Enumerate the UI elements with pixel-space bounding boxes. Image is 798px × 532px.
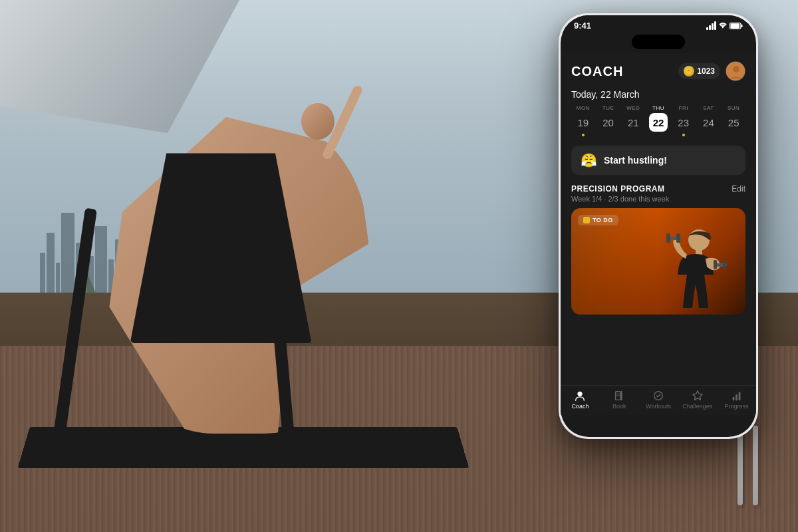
cal-dayname-thu: THU [652, 105, 664, 111]
svg-rect-14 [723, 260, 726, 269]
svg-point-15 [578, 392, 583, 396]
cal-daynum-sun: 25 [724, 113, 743, 132]
workout-card-bg: TO DO [571, 208, 745, 315]
svg-point-6 [733, 66, 739, 72]
wifi-icon [719, 22, 727, 30]
phone-screen: 9:41 [561, 15, 756, 437]
cal-day-sun[interactable]: SUN 25 [722, 105, 745, 136]
cal-dot-mon [582, 134, 585, 136]
battery-icon [730, 23, 743, 29]
athlete-body [16, 27, 535, 479]
program-header: PRECISION PROGRAM Edit [571, 184, 745, 194]
svg-rect-22 [735, 394, 737, 400]
svg-rect-2 [741, 24, 742, 27]
nav-label-progress: Progress [725, 403, 749, 410]
todo-check-icon [583, 217, 590, 223]
cal-dot-thu [657, 134, 660, 136]
nav-item-workouts[interactable]: Workouts [642, 390, 675, 410]
coins-badge[interactable]: 1023 [678, 63, 720, 79]
signal-bar-1 [706, 27, 708, 30]
challenges-nav-icon [692, 390, 704, 402]
athlete-leg-back [51, 208, 97, 456]
athlete [16, 27, 535, 479]
edit-button[interactable]: Edit [732, 184, 745, 194]
dynamic-island [632, 35, 685, 49]
bottom-navigation: Coach Book [561, 385, 756, 415]
program-section: PRECISION PROGRAM Edit Week 1/4 · 2/3 do… [561, 179, 756, 317]
nav-label-challenges: Challenges [682, 403, 712, 410]
cal-day-tue[interactable]: TUE 20 [597, 105, 620, 136]
nav-label-coach: Coach [571, 403, 589, 410]
cal-dayname-wed: WED [626, 105, 640, 111]
cal-dot-fri [682, 134, 685, 136]
svg-point-4 [686, 68, 692, 74]
cal-day-sat[interactable]: SAT 24 [697, 105, 721, 136]
date-label: Today, 22 March [571, 89, 745, 100]
avatar-image [726, 62, 745, 80]
header-right: 1023 [678, 61, 745, 81]
program-title: PRECISION PROGRAM [571, 184, 665, 194]
coach-nav-icon [574, 390, 586, 402]
program-subtitle: Week 1/4 · 2/3 done this week [571, 195, 745, 203]
cal-dayname-tue: TUE [602, 105, 614, 111]
motivation-text: Start hustling! [604, 155, 667, 166]
workout-person [659, 221, 732, 315]
status-bar: 9:41 [561, 15, 756, 33]
progress-nav-icon [731, 390, 743, 402]
date-section: Today, 22 March MON 19 TUE 20 [561, 86, 756, 142]
athlete-head [301, 103, 334, 140]
cal-dayname-sat: SAT [703, 105, 714, 111]
cal-daynum-sat: 24 [699, 113, 718, 132]
signal-icon [706, 21, 716, 30]
cal-dayname-sun: SUN [728, 105, 739, 111]
svg-point-0 [722, 27, 724, 28]
signal-bar-2 [709, 25, 711, 30]
calendar-row: MON 19 TUE 20 WED 21 [571, 105, 745, 136]
svg-rect-21 [732, 397, 734, 400]
coin-icon [684, 66, 694, 76]
nav-item-book[interactable]: Book [602, 390, 636, 410]
cal-day-wed[interactable]: WED 21 [621, 105, 645, 136]
book-nav-icon [613, 390, 625, 402]
svg-rect-23 [738, 392, 740, 401]
motivation-emoji: 😤 [581, 152, 597, 168]
todo-badge: TO DO [578, 215, 618, 225]
cal-day-fri[interactable]: FRI 23 [672, 105, 696, 136]
cal-day-thu[interactable]: THU 22 [646, 105, 670, 136]
cal-daynum-tue: 20 [599, 113, 618, 132]
nav-item-challenges[interactable]: Challenges [681, 390, 714, 410]
app-title: COACH [571, 64, 623, 79]
nav-label-workouts: Workouts [646, 403, 671, 410]
person-silhouette [659, 221, 732, 315]
cal-day-mon[interactable]: MON 19 [571, 105, 595, 136]
svg-rect-11 [676, 233, 680, 243]
signal-bar-4 [714, 21, 716, 30]
svg-rect-10 [666, 233, 670, 243]
status-time: 9:41 [574, 21, 591, 31]
nav-item-progress[interactable]: Progress [720, 390, 753, 410]
status-icons [706, 21, 743, 30]
cal-dot-sun [732, 134, 735, 136]
cal-daynum-fri: 23 [674, 113, 693, 132]
cal-dot-wed [632, 134, 634, 136]
coins-amount: 1023 [697, 66, 715, 76]
cal-dayname-mon: MON [577, 105, 590, 111]
motivation-banner[interactable]: 😤 Start hustling! [571, 146, 745, 175]
phone-mockup: 9:41 [559, 13, 758, 439]
cal-dayname-fri: FRI [679, 105, 688, 111]
workouts-nav-icon [652, 390, 664, 402]
cal-daynum-mon: 19 [574, 113, 593, 132]
todo-text: TO DO [593, 217, 613, 223]
app-content: COACH 1023 [561, 53, 756, 415]
cal-daynum-thu: 22 [649, 113, 668, 132]
user-avatar[interactable] [726, 61, 745, 81]
cal-dot-tue [607, 134, 610, 136]
svg-rect-13 [714, 260, 717, 269]
signal-bar-3 [712, 23, 714, 30]
phone-frame: 9:41 [559, 13, 758, 439]
workout-card[interactable]: TO DO [571, 208, 745, 315]
nav-label-book: Book [612, 403, 626, 410]
cal-daynum-wed: 21 [624, 113, 642, 132]
app-header: COACH 1023 [561, 53, 756, 86]
nav-item-coach[interactable]: Coach [563, 390, 597, 410]
